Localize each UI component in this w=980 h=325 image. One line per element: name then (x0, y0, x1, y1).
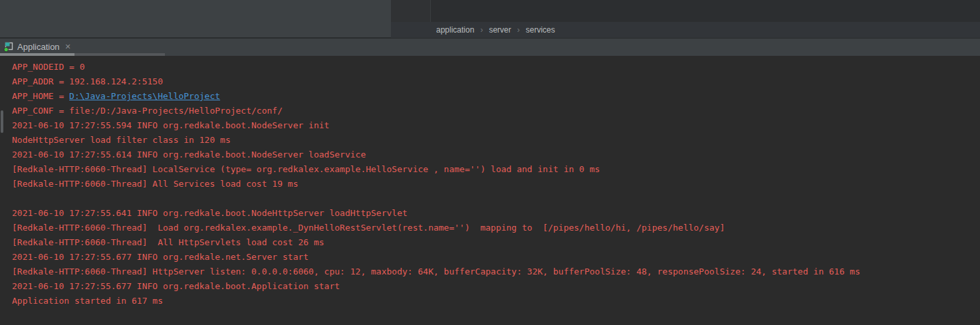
console-log-lines: APP_NODEID = 0APP_ADDR = 192.168.124.2:5… (12, 60, 860, 308)
console-line: [Redkale-HTTP:6060-Thread] HttpServer li… (12, 265, 860, 279)
file-path-hyperlink[interactable]: D:\Java-Projects\HelloProject (69, 91, 220, 101)
log-text: [Redkale-HTTP:6060-Thread] All Services … (12, 179, 298, 189)
log-text: NodeHttpServer load filter class in 120 … (12, 135, 231, 145)
console-line (12, 191, 860, 206)
log-text: 2021-06-10 17:27:55.641 INFO org.redkale… (12, 208, 408, 218)
console-line: [Redkale-HTTP:6060-Thread] All Services … (12, 177, 860, 191)
log-text: 2021-06-10 17:27:55.594 INFO org.redkale… (12, 120, 329, 130)
breadcrumb: application›server›services (391, 22, 980, 38)
breadcrumb-item-server[interactable]: server (489, 25, 511, 35)
log-text: [Redkale-HTTP:6060-Thread] LocalService … (12, 164, 600, 174)
console-line: Application started in 617 ms (12, 294, 860, 308)
log-text: APP_ADDR = 192.168.124.2:5150 (12, 76, 163, 86)
breadcrumb-separator-icon: › (517, 25, 520, 35)
close-icon[interactable]: ✕ (65, 43, 71, 51)
breadcrumb-item-services[interactable]: services (526, 25, 555, 35)
log-text: 2021-06-10 17:27:55.677 INFO org.redkale… (12, 252, 308, 262)
tab-application[interactable]: Application ✕ (0, 39, 71, 54)
log-text: [Redkale-HTTP:6060-Thread] HttpServer li… (12, 267, 860, 276)
console-line: 2021-06-10 17:27:55.677 INFO org.redkale… (12, 279, 860, 294)
log-text: [Redkale-HTTP:6060-Thread] All HttpServl… (12, 237, 324, 247)
log-text: 2021-06-10 17:27:55.614 INFO org.redkale… (12, 150, 366, 160)
run-console-icon (3, 41, 14, 52)
console-line: 2021-06-10 17:27:55.677 INFO org.redkale… (12, 250, 860, 265)
log-text: Application started in 617 ms (12, 296, 163, 306)
console-line: 2021-06-10 17:27:55.594 INFO org.redkale… (12, 118, 860, 133)
editor-strip (391, 0, 980, 22)
console-line: 2021-06-10 17:27:55.641 INFO org.redkale… (12, 206, 860, 221)
run-tool-window: application›server›services Application … (0, 0, 980, 325)
console-output: APP_NODEID = 0APP_ADDR = 192.168.124.2:5… (0, 56, 980, 325)
log-text: 2021-06-10 17:27:55.677 INFO org.redkale… (12, 281, 340, 291)
console-line: NodeHttpServer load filter class in 120 … (12, 133, 860, 148)
console-tab-bar: Application ✕ (0, 38, 980, 56)
top-left-panel (0, 0, 391, 38)
tab-label: Application (17, 42, 60, 52)
console-line: APP_NODEID = 0 (12, 60, 860, 74)
log-text: APP_HOME = (12, 91, 69, 101)
console-line: APP_ADDR = 192.168.124.2:5150 (12, 74, 860, 89)
log-text: APP_CONF = file:/D:/Java-Projects/HelloP… (12, 106, 283, 116)
breadcrumb-separator-icon: › (480, 25, 483, 35)
log-text: [Redkale-HTTP:6060-Thread] Load org.redk… (12, 223, 725, 233)
console-line: APP_CONF = file:/D:/Java-Projects/HelloP… (12, 104, 860, 118)
console-line: [Redkale-HTTP:6060-Thread] Load org.redk… (12, 221, 860, 235)
console-line: 2021-06-10 17:27:55.614 INFO org.redkale… (12, 148, 860, 162)
editor-gutter (391, 0, 431, 22)
console-scrollbar-thumb[interactable] (1, 110, 3, 133)
console-line: [Redkale-HTTP:6060-Thread] All HttpServl… (12, 235, 860, 250)
console-line: [Redkale-HTTP:6060-Thread] LocalService … (12, 162, 860, 177)
console-line: APP_HOME = D:\Java-Projects\HelloProject (12, 89, 860, 104)
breadcrumb-item-application[interactable]: application (436, 25, 474, 35)
log-text: APP_NODEID = 0 (12, 62, 85, 72)
